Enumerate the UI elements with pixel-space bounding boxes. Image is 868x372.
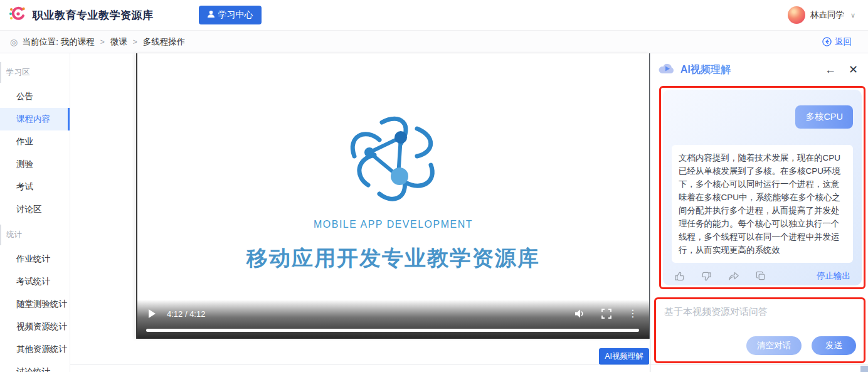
fullscreen-icon[interactable] [601,309,611,319]
ai-panel: AI视频理解 ← ✕ 多核CPU 文档内容提到，随着技术发展，现在的CPU已经从… [650,53,868,372]
sidebar-item-homework[interactable]: 作业 [0,130,70,153]
user-name: 林垚同学 [810,9,844,21]
network-logo [343,111,443,208]
breadcrumb-item-microcourse[interactable]: 微课 [110,36,127,48]
clear-dialog-button[interactable]: 清空对话 [746,336,802,355]
message-action-row: 停止输出 [672,270,853,282]
sidebar-item-video-stats[interactable]: 视频资源统计 [0,316,70,338]
back-label: 返回 [835,36,852,48]
sidebar-item-quiz-stats[interactable]: 随堂测验统计 [0,293,70,316]
sidebar-item-other-stats[interactable]: 其他资源统计 [0,338,70,361]
video-time: 4:12 / 4:12 [167,309,205,319]
chat-area: 多核CPU 文档内容提到，随着技术发展，现在的CPU已经从单核发展到了多核。在多… [663,90,862,285]
location-icon: ◎ [10,37,18,47]
sidebar-item-course-content[interactable]: 课程内容 [0,108,70,130]
sidebar: 学习区 公告 课程内容 作业 测验 考试 讨论区 统计 作业统计 考试统计 随堂… [0,53,70,372]
brand-logo-icon [9,4,28,26]
scrollbar-corner[interactable] [860,366,868,372]
progress-bar[interactable] [146,329,639,332]
sidebar-section-learning: 学习区 [0,62,70,83]
chevron-down-icon: ∨ [850,11,855,19]
slide-title: 移动应用开发专业教学资源库 [246,244,540,273]
breadcrumb-separator: > [100,38,105,46]
chat-annotation-box: 多核CPU 文档内容提到，随着技术发展，现在的CPU已经从单核发展到了多核。在多… [659,86,865,289]
user-menu[interactable]: 林垚同学 ∨ [788,6,855,24]
chat-input[interactable] [664,306,855,331]
thumbs-up-icon[interactable] [674,271,685,282]
content-bottom-divider [70,364,868,364]
back-arrow-icon [822,37,832,46]
learning-center-button[interactable]: 学习中心 [199,6,262,24]
sidebar-item-quiz[interactable]: 测验 [0,153,70,176]
video-player[interactable]: MOBILE APP DEVELOPMENT 移动应用开发专业教学资源库 4:1… [136,53,650,339]
breadcrumb-item-current: 多线程操作 [143,36,186,48]
ai-response-card: 文档内容提到，随着技术发展，现在的CPU已经从单核发展到了多核。在多核CPU环境… [672,145,853,263]
panel-close-icon[interactable]: ✕ [849,64,858,75]
sidebar-item-announcements[interactable]: 公告 [0,85,70,108]
send-button[interactable]: 发送 [812,336,856,355]
sidebar-item-discussion[interactable]: 讨论区 [0,198,70,221]
more-options-icon[interactable]: ⋮ [628,309,638,319]
sidebar-item-discussion-stats[interactable]: 讨论统计 [0,361,70,372]
play-icon[interactable] [149,309,156,318]
share-icon[interactable] [728,271,739,281]
app-header: 职业教育专业教学资源库 学习中心 林垚同学 ∨ [0,0,868,30]
back-button[interactable]: 返回 [822,36,852,48]
brand: 职业教育专业教学资源库 [9,4,154,26]
main-content: MOBILE APP DEVELOPMENT 移动应用开发专业教学资源库 4:1… [70,53,650,372]
slide-subtitle: MOBILE APP DEVELOPMENT [314,219,473,230]
sidebar-item-homework-stats[interactable]: 作业统计 [0,248,70,270]
sidebar-item-exam-stats[interactable]: 考试统计 [0,270,70,293]
ai-panel-title: AI视频理解 [680,63,731,77]
volume-icon[interactable] [574,309,585,319]
page-body: 学习区 公告 课程内容 作业 测验 考试 讨论区 统计 作业统计 考试统计 随堂… [0,53,868,372]
input-annotation-box: 清空对话 发送 [654,297,865,363]
brand-title: 职业教育专业教学资源库 [33,8,154,23]
ai-video-understanding-button[interactable]: AI视频理解 [599,348,649,365]
video-controls: 4:12 / 4:12 ⋮ [137,300,649,339]
user-message-bubble: 多核CPU [795,105,853,129]
thumbs-down-icon[interactable] [701,271,712,282]
video-slide: MOBILE APP DEVELOPMENT 移动应用开发专业教学资源库 [137,53,649,339]
breadcrumb: ◎ 当前位置: 我的课程 > 微课 > 多线程操作 返回 [0,30,868,53]
learning-center-label: 学习中心 [218,9,253,21]
breadcrumb-item-courses[interactable]: 我的课程 [61,36,95,48]
breadcrumb-separator: > [133,38,137,46]
sidebar-item-exam[interactable]: 考试 [0,176,70,198]
panel-back-icon[interactable]: ← [825,64,836,75]
ai-panel-header: AI视频理解 ← ✕ [650,60,868,83]
avatar[interactable] [788,6,805,24]
breadcrumb-prefix: 当前位置: [22,36,58,48]
copy-icon[interactable] [756,271,766,281]
stop-output-link[interactable]: 停止输出 [817,270,850,282]
person-icon [207,10,215,20]
ai-cloud-play-icon [658,61,675,78]
sidebar-section-statistics: 统计 [0,225,70,245]
